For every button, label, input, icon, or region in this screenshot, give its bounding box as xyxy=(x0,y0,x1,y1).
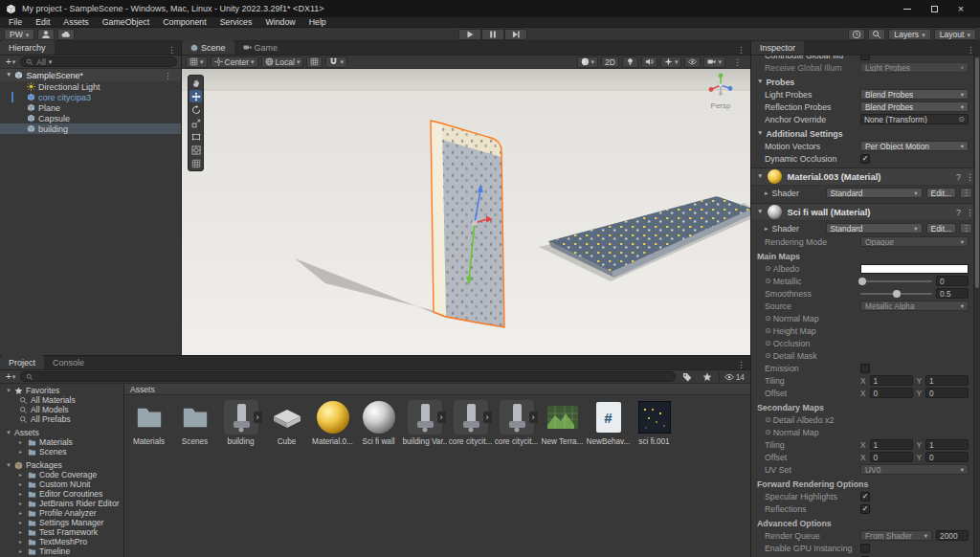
asset-sci-fi-001[interactable]: sci fi.001 xyxy=(632,398,677,446)
package-profile-analyzer[interactable]: ▸Profile Analyzer xyxy=(0,508,123,518)
favorite-all-models[interactable]: All Models xyxy=(0,405,123,414)
slider-track[interactable] xyxy=(860,293,932,295)
prop-dropdown[interactable]: Metallic Alpha▾ xyxy=(860,301,969,311)
create-object-button[interactable]: + ▾ xyxy=(4,56,17,67)
texture-slot-icon[interactable]: ⊙ xyxy=(765,264,771,273)
shading-mode-button[interactable]: ▾ xyxy=(577,56,599,68)
global-search-button[interactable] xyxy=(868,29,885,40)
prop-dropdown[interactable]: Blend Probes▾ xyxy=(860,89,969,100)
pause-button[interactable] xyxy=(481,29,504,40)
scale-tool-button[interactable] xyxy=(189,117,202,129)
x-field[interactable]: 1 xyxy=(870,439,913,450)
prop-dropdown[interactable]: Light Probes▾ xyxy=(860,62,969,73)
step-button[interactable] xyxy=(504,29,527,40)
section-probes[interactable]: ▼Probes xyxy=(751,76,980,88)
help-icon[interactable]: ? xyxy=(956,172,961,182)
tree-root-packages[interactable]: ▼ Packages xyxy=(0,460,123,470)
asset-cube[interactable]: Cube xyxy=(264,398,309,446)
menu-services[interactable]: Services xyxy=(213,17,259,28)
transform-tool-button[interactable] xyxy=(189,144,202,156)
slider-value-field[interactable]: 0 xyxy=(936,276,969,286)
menu-assets[interactable]: Assets xyxy=(56,17,95,28)
minimize-button[interactable] xyxy=(894,0,921,17)
inspector-scrollbar[interactable] xyxy=(973,56,980,557)
panel-menu-icon[interactable]: ⋮ xyxy=(732,45,750,55)
undo-history-button[interactable] xyxy=(848,29,865,40)
tab-project[interactable]: Project xyxy=(0,355,44,369)
slider-thumb[interactable] xyxy=(893,290,901,298)
color-swatch[interactable] xyxy=(860,264,969,274)
package-custom-nunit[interactable]: ▸Custom NUnit xyxy=(0,479,123,489)
folder-materials[interactable]: ▸Materials xyxy=(0,437,123,447)
prop-dropdown[interactable]: From Shader▾ xyxy=(860,530,932,541)
foldout-caret[interactable]: ▼ xyxy=(757,209,763,215)
snap-button[interactable]: ▾ xyxy=(325,56,347,68)
pivot-mode-button[interactable]: Center▾ xyxy=(211,56,258,68)
panel-menu-icon[interactable]: ⋮ xyxy=(163,45,181,55)
tree-root-assets[interactable]: ▼ Assets xyxy=(0,428,123,437)
hierarchy-item-capsule[interactable]: Capsule xyxy=(0,113,181,123)
favorite-all-prefabs[interactable]: All Prefabs xyxy=(0,414,123,424)
foldout-caret[interactable]: ▼ xyxy=(6,388,11,393)
checkbox[interactable] xyxy=(860,364,870,373)
checkbox[interactable]: ✓ xyxy=(860,492,870,501)
foldout-caret[interactable]: ▼ xyxy=(6,72,11,78)
tab-scene[interactable]: Scene xyxy=(182,40,234,55)
camera-projection-label[interactable]: Persp xyxy=(699,101,743,110)
hidden-packages-toggle[interactable]: 14 xyxy=(723,371,746,383)
foldout-caret[interactable]: ▸ xyxy=(765,189,768,196)
asset-building[interactable]: ›building xyxy=(218,398,263,446)
checkbox[interactable] xyxy=(860,544,870,553)
hierarchy-scene-row[interactable]: ▼ SampleScene* ⋮ xyxy=(0,69,181,81)
menu-file[interactable]: File xyxy=(2,17,29,28)
tab-console[interactable]: Console xyxy=(44,355,93,369)
menu-window[interactable]: Window xyxy=(258,17,301,28)
object-picker-icon[interactable]: ⊙ xyxy=(958,115,965,123)
asset-core-citycit[interactable]: ›core citycit... xyxy=(448,398,493,446)
search-by-type-button[interactable] xyxy=(679,371,696,383)
effects-button[interactable]: ▾ xyxy=(660,56,682,68)
maximize-button[interactable] xyxy=(921,0,947,17)
prop-dropdown[interactable]: Per Object Motion▾ xyxy=(860,141,969,151)
play-button[interactable] xyxy=(458,29,481,40)
material-header-material003[interactable]: ▼ Material.003 (Material) ?⋮ xyxy=(751,167,980,186)
scene-menu-icon[interactable]: ⋮ xyxy=(728,57,746,67)
foldout-caret[interactable]: ▼ xyxy=(6,430,11,435)
account-button[interactable] xyxy=(37,29,55,40)
hierarchy-item-directional-light[interactable]: Directional Light xyxy=(0,81,181,92)
favorite-all-materials[interactable]: All Materials xyxy=(0,395,123,405)
shader-dropdown[interactable]: Standard▾ xyxy=(826,223,923,234)
edit-shader-button[interactable]: Edit... xyxy=(926,188,956,198)
2d-toggle-button[interactable]: 2D xyxy=(601,56,619,68)
prefab-expand-arrow[interactable]: › xyxy=(437,412,446,423)
help-icon[interactable]: ? xyxy=(956,208,961,217)
section-additional-settings[interactable]: ▼Additional Settings xyxy=(751,127,980,140)
prefab-expand-arrow[interactable]: › xyxy=(483,412,492,423)
handle-rotation-button[interactable]: Local▾ xyxy=(261,56,304,68)
material-options-icon[interactable]: ⋮ xyxy=(960,223,972,234)
asset-core-citycit[interactable]: ›core citycit... xyxy=(494,398,539,446)
foldout-caret[interactable]: ▸ xyxy=(765,225,768,232)
grid-visibility-button[interactable] xyxy=(306,56,323,68)
package-settings-manager[interactable]: ▸Settings Manager xyxy=(0,518,123,527)
render-queue-field[interactable]: 2000 xyxy=(936,530,969,541)
view-tool-button[interactable] xyxy=(189,77,202,89)
checkbox[interactable] xyxy=(860,56,870,60)
create-asset-button[interactable]: + ▾ xyxy=(4,371,17,382)
hierarchy-item-building[interactable]: building xyxy=(0,123,181,134)
breadcrumb[interactable]: Assets xyxy=(124,384,750,395)
version-control-button[interactable]: PW ▾ xyxy=(4,29,34,40)
slider-thumb[interactable] xyxy=(858,278,866,285)
orientation-gizmo[interactable]: Persp xyxy=(699,73,743,110)
asset-scenes[interactable]: Scenes xyxy=(172,398,217,446)
prop-dropdown[interactable]: Opaque▾ xyxy=(860,236,969,247)
project-search-input[interactable] xyxy=(20,371,675,382)
material-header-sci-fi-wall[interactable]: ▼ Sci fi wall (Material) ?⋮ xyxy=(751,203,980,221)
package-editor-coroutines[interactable]: ▸Editor Coroutines xyxy=(0,489,123,499)
checkbox[interactable]: ✓ xyxy=(860,504,870,514)
material-options-icon[interactable]: ⋮ xyxy=(960,188,972,198)
slider-track[interactable] xyxy=(860,280,932,282)
menu-help[interactable]: Help xyxy=(302,17,333,28)
tree-root-favorites[interactable]: ▼ Favorites xyxy=(0,386,123,395)
package-textmeshpro[interactable]: ▸TextMeshPro xyxy=(0,537,123,546)
